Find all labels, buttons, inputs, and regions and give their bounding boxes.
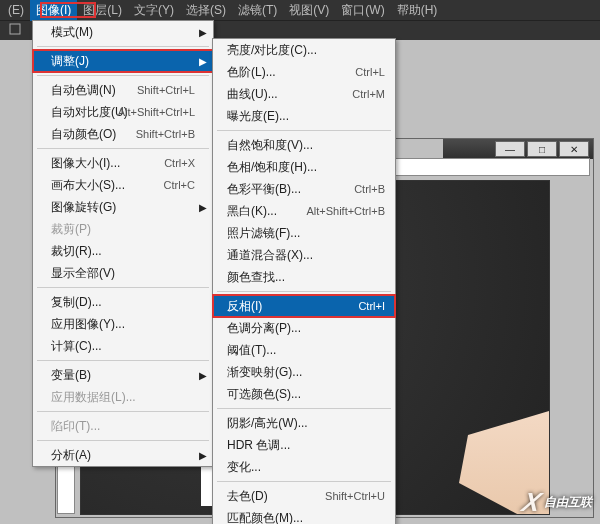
maximize-button[interactable]: □ xyxy=(527,141,557,157)
menu-separator xyxy=(37,46,209,47)
menu-item[interactable]: 画布大小(S)...Ctrl+C xyxy=(33,174,213,196)
menu-item-label: 通道混合器(X)... xyxy=(227,247,313,264)
menu-item-label: 色相/饱和度(H)... xyxy=(227,159,317,176)
watermark: X 自由互联 xyxy=(523,487,592,518)
menu-separator xyxy=(217,130,391,131)
menu-shortcut: Ctrl+I xyxy=(358,300,385,312)
submenu-arrow-icon: ▶ xyxy=(199,202,207,213)
menu-shortcut: Shift+Ctrl+B xyxy=(136,128,195,140)
menu-shortcut: Ctrl+M xyxy=(352,88,385,100)
menu-item-label: 自动色调(N) xyxy=(51,82,116,99)
menu-item-label: 匹配颜色(M)... xyxy=(227,510,303,525)
menu-item[interactable]: 色相/饱和度(H)... xyxy=(213,156,395,178)
menu-item[interactable]: 去色(D)Shift+Ctrl+U xyxy=(213,485,395,507)
menu-item[interactable]: 曲线(U)...Ctrl+M xyxy=(213,83,395,105)
menubar-item[interactable]: 窗口(W) xyxy=(335,0,390,21)
menu-item[interactable]: 反相(I)Ctrl+I xyxy=(213,295,395,317)
menu-item: 裁剪(P) xyxy=(33,218,213,240)
svg-rect-0 xyxy=(10,24,20,34)
menu-item[interactable]: 模式(M)▶ xyxy=(33,21,213,43)
menu-shortcut: Shift+Ctrl+L xyxy=(137,84,195,96)
menu-item[interactable]: 照片滤镜(F)... xyxy=(213,222,395,244)
menu-item[interactable]: 黑白(K)...Alt+Shift+Ctrl+B xyxy=(213,200,395,222)
menubar: (E)图像(I)图层(L)文字(Y)选择(S)滤镜(T)视图(V)窗口(W)帮助… xyxy=(0,0,600,20)
menu-item-label: 模式(M) xyxy=(51,24,93,41)
menu-item-label: 显示全部(V) xyxy=(51,265,115,282)
menu-item[interactable]: 计算(C)... xyxy=(33,335,213,357)
menu-item[interactable]: 复制(D)... xyxy=(33,291,213,313)
menu-item[interactable]: 变量(B)▶ xyxy=(33,364,213,386)
menu-item-label: 图像大小(I)... xyxy=(51,155,120,172)
menu-shortcut: Ctrl+C xyxy=(164,179,195,191)
menubar-item[interactable]: 图层(L) xyxy=(77,0,128,21)
menu-item-label: 色阶(L)... xyxy=(227,64,276,81)
close-button[interactable]: ✕ xyxy=(559,141,589,157)
submenu-arrow-icon: ▶ xyxy=(199,450,207,461)
menu-item-label: 渐变映射(G)... xyxy=(227,364,302,381)
menu-item-label: 黑白(K)... xyxy=(227,203,277,220)
menu-item[interactable]: 自动对比度(U)Alt+Shift+Ctrl+L xyxy=(33,101,213,123)
menu-item[interactable]: 颜色查找... xyxy=(213,266,395,288)
menu-item[interactable]: 色阶(L)...Ctrl+L xyxy=(213,61,395,83)
menu-item[interactable]: 调整(J)▶ xyxy=(33,50,213,72)
menu-item[interactable]: 自动颜色(O)Shift+Ctrl+B xyxy=(33,123,213,145)
menu-item[interactable]: 图像旋转(G)▶ xyxy=(33,196,213,218)
menubar-item[interactable]: 图像(I) xyxy=(30,0,77,21)
submenu-arrow-icon: ▶ xyxy=(199,56,207,67)
menubar-item[interactable]: (E) xyxy=(2,1,30,19)
menu-item-label: 画布大小(S)... xyxy=(51,177,125,194)
menu-item[interactable]: 阴影/高光(W)... xyxy=(213,412,395,434)
menu-item[interactable]: 自然饱和度(V)... xyxy=(213,134,395,156)
menubar-item[interactable]: 文字(Y) xyxy=(128,0,180,21)
menu-item-label: 变量(B) xyxy=(51,367,91,384)
menu-item[interactable]: 阈值(T)... xyxy=(213,339,395,361)
menubar-item[interactable]: 视图(V) xyxy=(283,0,335,21)
submenu-arrow-icon: ▶ xyxy=(199,370,207,381)
menu-separator xyxy=(37,440,209,441)
menu-item: 应用数据组(L)... xyxy=(33,386,213,408)
menu-item-label: 计算(C)... xyxy=(51,338,102,355)
menu-item[interactable]: 通道混合器(X)... xyxy=(213,244,395,266)
menu-shortcut: Alt+Shift+Ctrl+B xyxy=(306,205,385,217)
menu-item[interactable]: 可选颜色(S)... xyxy=(213,383,395,405)
menu-item[interactable]: 应用图像(Y)... xyxy=(33,313,213,335)
menu-item-label: 曝光度(E)... xyxy=(227,108,289,125)
menubar-item[interactable]: 滤镜(T) xyxy=(232,0,283,21)
menu-item-label: 阴影/高光(W)... xyxy=(227,415,308,432)
menubar-item[interactable]: 选择(S) xyxy=(180,0,232,21)
menu-item[interactable]: HDR 色调... xyxy=(213,434,395,456)
menu-item[interactable]: 变化... xyxy=(213,456,395,478)
submenu-arrow-icon: ▶ xyxy=(199,27,207,38)
menubar-item[interactable]: 帮助(H) xyxy=(391,0,444,21)
menu-item[interactable]: 分析(A)▶ xyxy=(33,444,213,466)
menu-separator xyxy=(217,408,391,409)
menu-item[interactable]: 图像大小(I)...Ctrl+X xyxy=(33,152,213,174)
menu-separator xyxy=(37,287,209,288)
menu-item[interactable]: 自动色调(N)Shift+Ctrl+L xyxy=(33,79,213,101)
menu-shortcut: Ctrl+B xyxy=(354,183,385,195)
menu-item[interactable]: 渐变映射(G)... xyxy=(213,361,395,383)
menu-item[interactable]: 色彩平衡(B)...Ctrl+B xyxy=(213,178,395,200)
menu-item[interactable]: 匹配颜色(M)... xyxy=(213,507,395,524)
menu-item[interactable]: 显示全部(V) xyxy=(33,262,213,284)
watermark-icon: X xyxy=(519,487,545,518)
menu-item-label: 色调分离(P)... xyxy=(227,320,301,337)
menu-item-label: 调整(J) xyxy=(51,53,89,70)
menu-item[interactable]: 裁切(R)... xyxy=(33,240,213,262)
menu-item-label: 自然饱和度(V)... xyxy=(227,137,313,154)
watermark-text: 自由互联 xyxy=(544,494,592,511)
menu-item-label: 复制(D)... xyxy=(51,294,102,311)
menu-shortcut: Ctrl+X xyxy=(164,157,195,169)
minimize-button[interactable]: — xyxy=(495,141,525,157)
menu-item[interactable]: 色调分离(P)... xyxy=(213,317,395,339)
menu-item-label: 应用图像(Y)... xyxy=(51,316,125,333)
menu-item-label: 去色(D) xyxy=(227,488,268,505)
menu-item[interactable]: 曝光度(E)... xyxy=(213,105,395,127)
menu-item-label: 应用数据组(L)... xyxy=(51,389,136,406)
menu-image: 模式(M)▶调整(J)▶自动色调(N)Shift+Ctrl+L自动对比度(U)A… xyxy=(32,20,214,467)
menu-item-label: 照片滤镜(F)... xyxy=(227,225,300,242)
menu-item-label: 图像旋转(G) xyxy=(51,199,116,216)
menu-shortcut: Ctrl+L xyxy=(355,66,385,78)
menu-item-label: 曲线(U)... xyxy=(227,86,278,103)
menu-item[interactable]: 亮度/对比度(C)... xyxy=(213,39,395,61)
